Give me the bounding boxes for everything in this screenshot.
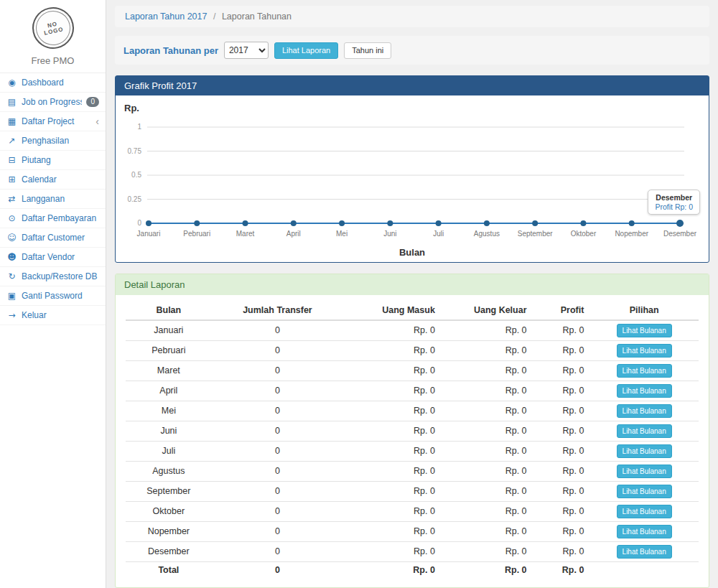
sidebar-item-daftar-vendor[interactable]: ☻Daftar Vendor <box>0 248 106 266</box>
lihat-bulanan-button[interactable]: Lihat Bulanan <box>617 505 672 518</box>
sidebar-item-label: Backup/Restore DB <box>22 271 99 281</box>
lihat-laporan-button[interactable]: Lihat Laporan <box>274 42 338 59</box>
line-chart-icon: ↗ <box>6 136 17 146</box>
data-point-maret <box>243 220 248 226</box>
lihat-bulanan-button[interactable]: Lihat Bulanan <box>617 384 672 398</box>
x-tick-label: Maret <box>236 230 255 238</box>
cell-jumlah: 0 <box>212 381 344 401</box>
data-point-mei <box>339 220 345 226</box>
data-point-april <box>291 220 297 226</box>
sidebar-item-ganti-password[interactable]: ▣Ganti Password <box>0 286 106 305</box>
x-tick-label: Pebruari <box>183 230 210 238</box>
breadcrumb-link[interactable]: Laporan Tahun 2017 <box>125 11 207 22</box>
sidebar-item-job-on-progress[interactable]: ▤Job on Progress0 <box>0 93 106 111</box>
sidebar-item-backup-restore-db[interactable]: ↻Backup/Restore DB <box>0 267 106 286</box>
cell-jumlah: 0 <box>212 522 344 542</box>
sidebar-item-langganan[interactable]: ⇄Langganan <box>0 190 106 208</box>
table-row: Mei0Rp. 0Rp. 0Rp. 0Lihat Bulanan <box>126 401 699 421</box>
year-select[interactable]: 2017 <box>224 42 269 59</box>
cell-pilihan: Lihat Bulanan <box>589 421 699 442</box>
sidebar-item-calendar[interactable]: ⊞Calendar <box>0 170 106 189</box>
cell-jumlah: 0 <box>212 320 344 341</box>
table-row: April0Rp. 0Rp. 0Rp. 0Lihat Bulanan <box>126 381 699 401</box>
cell-keluar: Rp. 0 <box>441 482 533 502</box>
lihat-bulanan-button[interactable]: Lihat Bulanan <box>617 324 672 337</box>
dashboard-icon: ◉ <box>6 78 17 88</box>
cell-keluar: Rp. 0 <box>441 341 533 361</box>
lihat-bulanan-button[interactable]: Lihat Bulanan <box>617 465 672 478</box>
y-tick-label: 0.5 <box>131 171 141 179</box>
sidebar-item-daftar-pembayaran[interactable]: ⊙Daftar Pembayaran <box>0 209 106 228</box>
lihat-bulanan-button[interactable]: Lihat Bulanan <box>617 545 672 559</box>
cell-masuk: Rp. 0 <box>343 462 441 482</box>
data-point-nopember <box>629 220 635 226</box>
lihat-bulanan-button[interactable]: Lihat Bulanan <box>617 444 672 458</box>
sidebar-item-label: Daftar Pembayaran <box>22 213 99 223</box>
cell-pilihan: Lihat Bulanan <box>589 462 699 482</box>
sidebar-item-piutang[interactable]: ⊟Piutang <box>0 151 106 169</box>
detail-panel: Detail Laporan BulanJumlah TransferUang … <box>115 274 709 588</box>
lihat-bulanan-button[interactable]: Lihat Bulanan <box>617 404 672 418</box>
total-cell: Rp. 0 <box>533 562 590 579</box>
data-point-oktober <box>580 220 586 226</box>
lihat-bulanan-button[interactable]: Lihat Bulanan <box>617 364 672 378</box>
data-point-agustus <box>484 220 490 226</box>
users-icon: ☻ <box>6 252 17 262</box>
table-row: Juli0Rp. 0Rp. 0Rp. 0Lihat Bulanan <box>126 442 699 462</box>
lihat-bulanan-button[interactable]: Lihat Bulanan <box>617 424 672 438</box>
sidebar-item-label: Calendar <box>22 174 99 185</box>
cell-keluar: Rp. 0 <box>441 462 533 482</box>
cell-jumlah: 0 <box>212 482 344 502</box>
cell-masuk: Rp. 0 <box>343 421 441 442</box>
cell-profit: Rp. 0 <box>533 482 590 502</box>
cell-masuk: Rp. 0 <box>343 482 441 502</box>
profit-chart: Rp. 00.250.50.751JanuariPebruariMaretApr… <box>116 95 709 262</box>
column-header-profit: Profit <box>533 301 590 320</box>
table-total-row: Total0Rp. 0Rp. 0Rp. 0 <box>126 562 699 579</box>
filter-label: Laporan Tahunan per <box>123 45 218 56</box>
lihat-bulanan-button[interactable]: Lihat Bulanan <box>617 525 672 538</box>
cell-pilihan: Lihat Bulanan <box>589 522 699 542</box>
cell-pilihan: Lihat Bulanan <box>589 442 699 462</box>
cell-bulan: April <box>126 381 212 401</box>
report-table-header: BulanJumlah TransferUang MasukUang Kelua… <box>126 301 699 320</box>
cell-profit: Rp. 0 <box>533 381 590 401</box>
table-row: Desember0Rp. 0Rp. 0Rp. 0Lihat Bulanan <box>126 542 699 562</box>
breadcrumb-current: Laporan Tahunan <box>222 11 292 22</box>
sidebar-item-label: Daftar Vendor <box>22 252 99 262</box>
data-point-juli <box>436 220 442 226</box>
x-tick-label: Oktober <box>571 230 597 238</box>
cell-jumlah: 0 <box>212 442 344 462</box>
cell-jumlah: 0 <box>212 502 344 522</box>
lihat-bulanan-button[interactable]: Lihat Bulanan <box>617 344 672 358</box>
tooltip-title: Desember <box>655 193 693 202</box>
cell-masuk: Rp. 0 <box>343 542 441 562</box>
lihat-bulanan-button[interactable]: Lihat Bulanan <box>617 485 672 498</box>
cell-keluar: Rp. 0 <box>441 401 533 421</box>
sidebar-item-keluar[interactable]: →Keluar <box>0 306 106 325</box>
cell-bulan: Agustus <box>126 462 212 482</box>
sidebar-item-penghasilan[interactable]: ↗Penghasilan <box>0 131 106 150</box>
table-icon: ▦ <box>6 116 17 126</box>
brand-name: Free PMO <box>0 50 106 73</box>
x-tick-label: Juni <box>383 230 396 238</box>
cell-bulan: Juli <box>126 442 212 462</box>
cell-masuk: Rp. 0 <box>343 381 441 401</box>
table-row: Agustus0Rp. 0Rp. 0Rp. 0Lihat Bulanan <box>126 462 699 482</box>
tahun-ini-button[interactable]: Tahun ini <box>344 42 391 59</box>
cell-jumlah: 0 <box>212 401 344 421</box>
column-header-uang-keluar: Uang Keluar <box>441 301 533 320</box>
chart-y-axis-label: Rp. <box>124 103 139 113</box>
cell-pilihan: Lihat Bulanan <box>589 361 699 381</box>
sidebar-item-daftar-project[interactable]: ▦Daftar Project‹ <box>0 112 106 131</box>
cell-profit: Rp. 0 <box>533 421 590 442</box>
sidebar-item-label: Keluar <box>22 310 99 320</box>
total-cell: Rp. 0 <box>343 562 441 579</box>
sidebar-item-label: Langganan <box>22 194 99 204</box>
sidebar-item-dashboard[interactable]: ◉Dashboard <box>0 73 106 92</box>
data-point-desember <box>676 220 684 227</box>
sidebar-item-daftar-customer[interactable]: ☺Daftar Customer <box>0 228 106 247</box>
x-tick-label: Nopember <box>615 230 648 238</box>
table-row: Nopember0Rp. 0Rp. 0Rp. 0Lihat Bulanan <box>126 522 699 542</box>
x-tick-label: September <box>518 230 554 238</box>
